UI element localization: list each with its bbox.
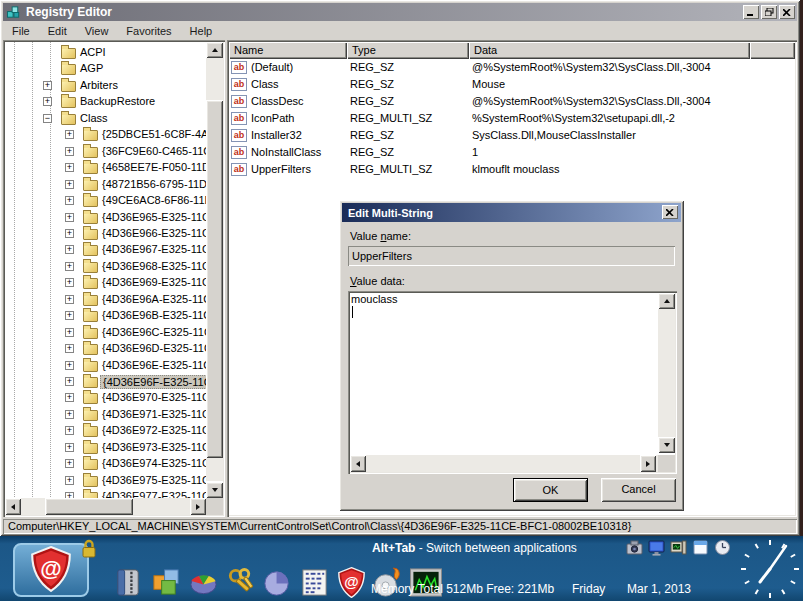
registry-value-row[interactable]: abClassREG_SZMouse [229, 76, 789, 93]
tree-item[interactable]: +{4D36E966-E325-11C [5, 225, 206, 242]
titlebar[interactable]: Registry Editor [3, 3, 797, 21]
expand-toggle-icon[interactable]: + [65, 393, 74, 402]
tree-item-label[interactable]: {4658EE7E-F050-11D [100, 161, 206, 173]
tree-item[interactable]: −Class [5, 110, 206, 127]
expand-toggle-icon[interactable]: + [65, 163, 74, 172]
tree-item-label[interactable]: {4D36E966-E325-11C [100, 227, 206, 239]
tree-item-label[interactable]: {4D36E96A-E325-11C [100, 293, 206, 305]
tree-item-label[interactable]: {49CE6AC8-6F86-11D [100, 194, 206, 206]
tree-item-label[interactable]: {4D36E970-E325-11C [100, 391, 206, 403]
tree-item[interactable]: +{4D36E96A-E325-11C [5, 291, 206, 308]
keys-icon[interactable] [225, 567, 256, 598]
clock-icon[interactable] [714, 539, 731, 556]
tree-item[interactable]: +{4D36E973-E325-11C [5, 439, 206, 456]
tree-item-label[interactable]: Arbiters [78, 79, 120, 91]
tree-item-label[interactable]: {4D36E967-E325-11C [100, 243, 206, 255]
menu-view[interactable]: View [76, 23, 118, 39]
tree-item[interactable]: +{4D36E968-E325-11C [5, 258, 206, 275]
expand-toggle-icon[interactable]: + [65, 344, 74, 353]
monitor-icon[interactable] [648, 539, 665, 556]
tree-vscroll-thumb[interactable] [206, 100, 223, 458]
textarea-scroll-up[interactable] [658, 293, 675, 309]
tree-item-label[interactable]: {4D36E96D-E325-11C [100, 342, 206, 354]
tree-item-label[interactable]: AGP [78, 62, 105, 74]
tree-item[interactable]: +{4D36E975-E325-11C [5, 472, 206, 489]
computer-icon[interactable] [670, 539, 687, 556]
minimize-button[interactable] [743, 5, 759, 19]
textarea-scroll-down[interactable] [658, 437, 675, 453]
tree-scroll-up[interactable] [206, 42, 223, 58]
restore-button[interactable] [761, 5, 777, 19]
cancel-button[interactable]: Cancel [601, 478, 676, 502]
registry-value-row[interactable]: abUpperFiltersREG_MULTI_SZklmouflt moucl… [229, 161, 789, 178]
tree-item-label[interactable]: {25DBCE51-6C8F-4A1 [100, 128, 206, 140]
tree-item-label[interactable]: {4D36E96B-E325-11C [100, 309, 206, 321]
expand-toggle-icon[interactable]: + [65, 426, 74, 435]
tree-item[interactable]: +{4658EE7E-F050-11D [5, 159, 206, 176]
tree-item-label[interactable]: {4D36E971-E325-11C [100, 408, 206, 420]
tree-item[interactable]: +{36FC9E60-C465-11C [5, 143, 206, 160]
tree-item-selected[interactable]: +{4D36E96F-E325-11C [5, 373, 206, 390]
textarea-scroll-left[interactable] [350, 455, 366, 472]
textarea-vscrollbar[interactable] [658, 309, 675, 437]
tree-item[interactable]: +{25DBCE51-6C8F-4A1 [5, 126, 206, 143]
tree-item[interactable]: +{4D36E972-E325-11C [5, 422, 206, 439]
expand-toggle-icon[interactable]: + [65, 476, 74, 485]
expand-toggle-icon[interactable]: + [65, 278, 74, 287]
tree-item-label[interactable]: {4D36E969-E325-11C [100, 276, 206, 288]
pie-icon[interactable] [262, 567, 293, 598]
tree-item-label[interactable]: {4D36E977-E325-11C [100, 490, 206, 498]
tree-item[interactable]: +{49CE6AC8-6F86-11D [5, 192, 206, 209]
registry-value-row[interactable]: abNoInstallClassREG_SZ1 [229, 144, 789, 161]
tree-item[interactable]: +BackupRestore [5, 93, 206, 110]
menu-favorites[interactable]: Favorites [117, 23, 180, 39]
tree-item[interactable]: +{4D36E974-E325-11C [5, 455, 206, 472]
expand-toggle-icon[interactable]: + [43, 97, 52, 106]
collapse-toggle-icon[interactable]: − [43, 114, 52, 123]
expand-toggle-icon[interactable]: + [65, 443, 74, 452]
value-name-field[interactable]: UpperFilters [348, 246, 675, 266]
antivirus-shield-icon[interactable]: @ [336, 567, 367, 598]
registry-value-row[interactable]: abClassDescREG_SZ@%SystemRoot%\System32\… [229, 93, 789, 110]
tree-item-label[interactable]: {48721B56-6795-11D [100, 178, 206, 190]
close-button[interactable] [779, 5, 795, 19]
expand-toggle-icon[interactable]: + [65, 295, 74, 304]
registry-value-row[interactable]: ab(Default)REG_SZ@%SystemRoot%\System32\… [229, 59, 789, 76]
expand-toggle-icon[interactable]: + [65, 328, 74, 337]
expand-toggle-icon[interactable]: + [43, 81, 52, 90]
tree-item-label[interactable]: {4D36E968-E325-11C [100, 260, 206, 272]
ok-button[interactable]: OK [513, 478, 588, 502]
tree-item[interactable]: +{4D36E96C-E325-11C [5, 324, 206, 341]
spreadsheet-icon[interactable] [299, 567, 330, 598]
expand-toggle-icon[interactable]: + [65, 130, 74, 139]
expand-toggle-icon[interactable]: + [65, 262, 74, 271]
tree-item[interactable]: +{4D36E96E-E325-11C [5, 357, 206, 374]
expand-toggle-icon[interactable]: + [65, 410, 74, 419]
tree-item[interactable]: +Arbiters [5, 77, 206, 94]
expand-toggle-icon[interactable]: + [65, 213, 74, 222]
tree-item[interactable]: +{4D36E969-E325-11C [5, 274, 206, 291]
expand-toggle-icon[interactable]: + [65, 361, 74, 370]
expand-toggle-icon[interactable]: + [65, 147, 74, 156]
tree-item[interactable]: +{4D36E96B-E325-11C [5, 307, 206, 324]
dialog-close-button[interactable] [662, 205, 678, 219]
menu-file[interactable]: File [3, 23, 39, 39]
antivirus-launcher-button[interactable]: @ [13, 543, 89, 597]
chart-pie-icon[interactable] [188, 567, 219, 598]
column-header-type[interactable]: Type [347, 42, 469, 59]
tree-item[interactable]: +{4D36E965-E325-11C [5, 209, 206, 226]
menu-edit[interactable]: Edit [39, 23, 76, 39]
tree-item[interactable]: AGP [5, 60, 206, 77]
menu-help[interactable]: Help [181, 23, 222, 39]
value-data-textarea[interactable]: mouclass [348, 291, 677, 474]
tree-item-label[interactable]: Class [78, 112, 110, 124]
expand-toggle-icon[interactable]: + [65, 229, 74, 238]
column-header-name[interactable]: Name [229, 42, 347, 59]
tree-item-label[interactable]: BackupRestore [78, 95, 157, 107]
textarea-scroll-right[interactable] [640, 455, 656, 472]
expand-toggle-icon[interactable]: + [65, 459, 74, 468]
tree-item-label[interactable]: {4D36E965-E325-11C [100, 211, 206, 223]
tree-item-label[interactable]: {4D36E975-E325-11C [100, 474, 206, 486]
registry-value-row[interactable]: abIconPathREG_MULTI_SZ%SystemRoot%\Syste… [229, 110, 789, 127]
tree-item[interactable]: +{4D36E967-E325-11C [5, 241, 206, 258]
